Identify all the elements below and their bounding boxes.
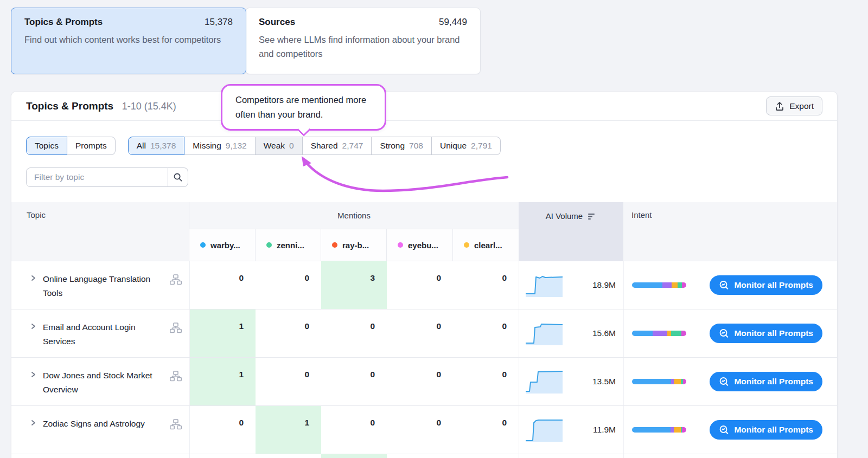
export-button[interactable]: Export bbox=[766, 96, 822, 115]
col-header-brand-clearly: clearl... bbox=[453, 229, 519, 261]
mention-cell: 0 bbox=[189, 261, 256, 309]
view-toggle: Topics Prompts bbox=[26, 137, 116, 155]
mention-cell: 0 bbox=[453, 406, 519, 454]
sitemap-icon[interactable] bbox=[170, 371, 182, 382]
monitor-all-prompts-button[interactable]: Monitor all Prompts bbox=[710, 420, 822, 440]
filter-tab-all[interactable]: All15,378 bbox=[128, 137, 185, 155]
col-header-intent: Intent bbox=[623, 202, 837, 261]
intent-bar bbox=[632, 379, 686, 384]
mention-cell: 0 bbox=[387, 261, 453, 309]
card-count: 59,449 bbox=[439, 17, 467, 28]
toggle-prompts[interactable]: Prompts bbox=[67, 137, 116, 155]
mention-cell bbox=[453, 454, 519, 458]
monitor-magnifier-icon bbox=[719, 377, 729, 387]
mention-cell: 0 bbox=[256, 309, 321, 357]
expand-chevron-icon[interactable] bbox=[29, 419, 37, 427]
card-title: Topics & Prompts bbox=[24, 17, 103, 28]
card-topics-prompts[interactable]: Topics & Prompts 15,378 Find out which c… bbox=[11, 8, 246, 74]
results-range: 1-10 (15.4K) bbox=[122, 101, 176, 112]
expand-chevron-icon[interactable] bbox=[29, 371, 37, 378]
topics-table: Topic Mentions warby... zenni... ray-b..… bbox=[11, 202, 837, 458]
topic-name[interactable]: Zodiac Signs and Astrology bbox=[43, 417, 154, 454]
brand-dot bbox=[200, 242, 206, 248]
table-row: Online Language Translation Tools 0 0 3 … bbox=[11, 261, 837, 309]
mention-cell: 1 bbox=[256, 406, 321, 454]
ai-volume-value: 11.9M bbox=[593, 425, 616, 435]
monitor-all-prompts-button[interactable]: Monitor all Prompts bbox=[710, 275, 822, 295]
card-description: See where LLMs find information about yo… bbox=[259, 33, 467, 61]
search-button[interactable] bbox=[168, 167, 188, 187]
brand-dot bbox=[464, 242, 469, 248]
mention-cell bbox=[256, 454, 321, 458]
brand-dot bbox=[398, 242, 403, 248]
monitor-magnifier-icon bbox=[719, 328, 729, 339]
table-header: Topic Mentions warby... zenni... ray-b..… bbox=[11, 202, 837, 261]
ai-volume-value: 13.5M bbox=[592, 377, 616, 386]
mention-cell: 0 bbox=[189, 406, 256, 454]
mention-cell: 0 bbox=[256, 261, 321, 309]
toggle-topics[interactable]: Topics bbox=[26, 137, 67, 155]
mention-cell: 0 bbox=[387, 406, 453, 454]
monitor-magnifier-icon bbox=[719, 280, 729, 291]
mention-cell bbox=[189, 454, 256, 458]
ai-volume-sparkline bbox=[525, 320, 564, 346]
card-count: 15,378 bbox=[205, 17, 233, 28]
sitemap-icon[interactable] bbox=[170, 274, 182, 285]
col-header-brand-warby: warby... bbox=[189, 229, 256, 261]
monitor-all-prompts-button[interactable]: Monitor all Prompts bbox=[710, 324, 822, 343]
mention-cell: 0 bbox=[453, 261, 519, 309]
page-title: Topics & Prompts bbox=[26, 100, 113, 112]
brand-dot bbox=[266, 242, 272, 248]
expand-chevron-icon[interactable] bbox=[29, 274, 37, 282]
topic-filter bbox=[26, 167, 837, 187]
filter-tab-shared[interactable]: Shared2,747 bbox=[303, 137, 372, 155]
sort-descending-icon bbox=[588, 212, 596, 221]
sitemap-icon[interactable] bbox=[170, 322, 182, 333]
intent-bar bbox=[632, 331, 686, 336]
search-input[interactable] bbox=[26, 167, 168, 187]
topic-name[interactable]: Online Language Translation Tools bbox=[43, 272, 154, 309]
sitemap-icon[interactable] bbox=[170, 419, 182, 430]
topic-name[interactable]: Dow Jones and Stock Market Overview bbox=[43, 369, 154, 405]
tooltip-text: Competitors are mentioned more often tha… bbox=[235, 95, 366, 119]
mention-cell: 1 bbox=[189, 309, 256, 357]
mention-cell: 3 bbox=[321, 261, 387, 309]
mention-cell: 0 bbox=[453, 358, 519, 405]
mention-cell bbox=[387, 454, 453, 458]
filter-controls: Topics Prompts All15,378 Missing9,132 We… bbox=[26, 137, 837, 155]
brand-dot bbox=[332, 242, 337, 248]
table-row-partial bbox=[11, 454, 837, 458]
filter-tab-unique[interactable]: Unique2,791 bbox=[432, 137, 501, 155]
mention-cell: 0 bbox=[321, 309, 387, 357]
export-icon bbox=[775, 101, 784, 111]
table-row: Email and Account Login Services 1 0 0 0… bbox=[11, 309, 837, 358]
filter-tab-missing[interactable]: Missing9,132 bbox=[184, 137, 255, 155]
monitor-all-prompts-button[interactable]: Monitor all Prompts bbox=[710, 372, 822, 391]
annotation-tooltip: Competitors are mentioned more often tha… bbox=[221, 84, 386, 131]
monitor-magnifier-icon bbox=[719, 425, 729, 435]
mention-cell bbox=[321, 454, 387, 458]
filter-tab-weak[interactable]: Weak0 bbox=[256, 137, 303, 155]
ai-volume-value: 15.6M bbox=[592, 328, 616, 338]
mention-cell: 0 bbox=[387, 309, 453, 357]
card-title: Sources bbox=[259, 17, 295, 28]
card-description: Find out which content works best for co… bbox=[24, 33, 233, 47]
col-header-ai-volume[interactable]: AI Volume bbox=[519, 202, 623, 261]
expand-chevron-icon[interactable] bbox=[29, 322, 37, 330]
col-header-topic: Topic bbox=[11, 202, 189, 261]
col-header-brand-eyebuy: eyebu... bbox=[387, 229, 453, 261]
summary-cards: Topics & Prompts 15,378 Find out which c… bbox=[11, 8, 481, 74]
card-sources[interactable]: Sources 59,449 See where LLMs find infor… bbox=[245, 8, 481, 74]
topics-prompts-panel: Topics & Prompts 1-10 (15.4K) Export Top… bbox=[11, 91, 838, 458]
table-row: Dow Jones and Stock Market Overview 1 0 … bbox=[11, 358, 837, 406]
mention-cell: 1 bbox=[189, 358, 256, 405]
ai-volume-sparkline bbox=[525, 369, 564, 395]
mention-cell: 0 bbox=[321, 406, 387, 454]
filter-tab-strong[interactable]: Strong708 bbox=[372, 137, 432, 155]
col-header-mentions: Mentions bbox=[189, 202, 519, 229]
intent-bar bbox=[632, 282, 686, 288]
panel-header: Topics & Prompts 1-10 (15.4K) Export bbox=[11, 92, 837, 121]
topic-name[interactable]: Email and Account Login Services bbox=[43, 320, 154, 357]
mention-filter-tabs: All15,378 Missing9,132 Weak0 Shared2,747… bbox=[128, 137, 501, 155]
mention-cell: 0 bbox=[321, 358, 387, 405]
